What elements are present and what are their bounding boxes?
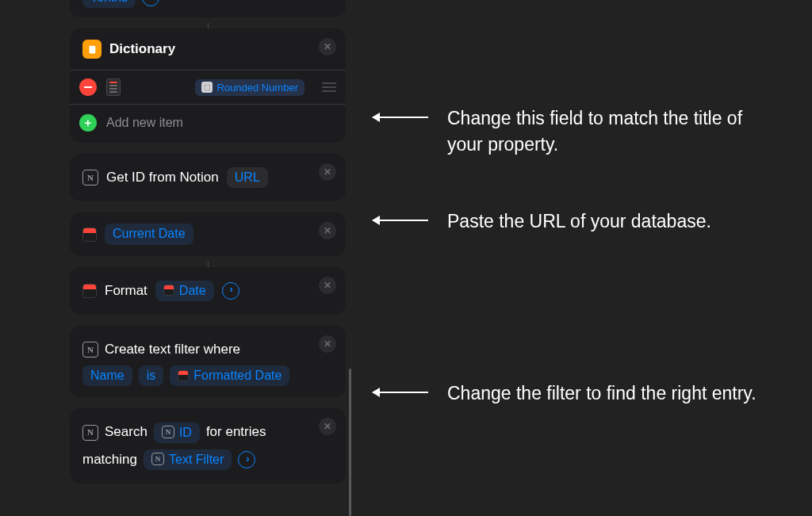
disclosure-icon[interactable] <box>142 0 159 6</box>
action-text: Create text filter where <box>105 337 240 362</box>
action-text: Search <box>105 419 147 445</box>
annotation-3: Change the filter to find the right entr… <box>373 380 756 407</box>
calendar-icon <box>82 227 97 242</box>
annotation-text: Change this field to match the title of … <box>447 105 780 157</box>
pill-date[interactable]: Date <box>155 281 214 301</box>
close-icon[interactable] <box>319 335 336 353</box>
calendar-icon <box>163 285 174 296</box>
annotation-text: Change the filter to find the right entr… <box>447 380 756 407</box>
pill-is[interactable]: is <box>139 365 164 386</box>
card-format[interactable]: Format Date <box>70 267 346 315</box>
add-new-item[interactable]: Add new item <box>70 105 346 143</box>
pill-id[interactable]: N ID <box>154 422 200 443</box>
plus-icon[interactable] <box>79 114 97 132</box>
variable-icon: ⬚ <box>201 82 213 93</box>
pill-url[interactable]: URL <box>227 167 268 188</box>
card-round[interactable]: Tenths <box>70 0 346 17</box>
notion-icon: N <box>82 425 98 441</box>
notion-icon: N <box>82 170 98 185</box>
arrow-icon <box>373 392 428 393</box>
calendar-icon <box>82 284 97 298</box>
card-dictionary[interactable]: Dictionary ⬚ Rounded Number Add new item <box>70 29 346 143</box>
notion-icon: N <box>82 342 98 357</box>
svg-rect-1 <box>89 45 90 53</box>
action-text: Format <box>105 278 147 304</box>
pill-text-filter[interactable]: N Text Filter <box>144 449 232 470</box>
arrow-icon <box>373 117 428 118</box>
dictionary-title: Dictionary <box>109 41 175 57</box>
close-icon[interactable] <box>319 418 336 435</box>
dictionary-app-icon <box>82 40 102 59</box>
pill-current-date[interactable]: Current Date <box>105 224 193 244</box>
notion-icon: N <box>151 453 164 465</box>
pill-formatted-date[interactable]: Formatted Date <box>170 365 289 386</box>
dictionary-header: Dictionary <box>70 29 346 71</box>
close-icon[interactable] <box>319 222 336 239</box>
drag-handle-icon[interactable] <box>322 82 336 92</box>
action-text: for entries <box>206 419 266 445</box>
card-get-id[interactable]: N Get ID from Notion URL <box>70 154 346 201</box>
action-text: Get ID from Notion <box>106 165 219 190</box>
card-search[interactable]: N Search N ID for entries matching N Tex… <box>70 408 346 484</box>
card-current-date[interactable]: Current Date <box>70 212 346 255</box>
annotation-1: Change this field to match the title of … <box>373 105 780 157</box>
dictionary-row[interactable]: ⬚ Rounded Number <box>70 71 346 105</box>
action-text: matching <box>82 447 137 472</box>
disclosure-icon[interactable] <box>238 451 255 468</box>
arrow-icon <box>373 220 428 221</box>
card-filter[interactable]: N Create text filter where Name is Forma… <box>70 326 346 397</box>
notion-icon: N <box>162 426 174 438</box>
key-type-icon[interactable] <box>106 78 121 96</box>
annotation-text: Paste the URL of your database. <box>447 208 711 235</box>
value-chip[interactable]: ⬚ Rounded Number <box>195 79 304 96</box>
scrollbar[interactable] <box>349 369 351 516</box>
pill-tenths[interactable]: Tenths <box>82 0 136 8</box>
disclosure-icon[interactable] <box>222 282 239 300</box>
shortcut-column: Tenths Dictionary ⬚ Rounded Number Add n… <box>70 0 346 495</box>
calendar-icon <box>178 370 189 381</box>
close-icon[interactable] <box>319 163 336 181</box>
pill-name[interactable]: Name <box>82 365 132 386</box>
close-icon[interactable] <box>319 277 336 294</box>
annotation-2: Paste the URL of your database. <box>373 208 711 235</box>
minus-icon[interactable] <box>79 78 97 96</box>
